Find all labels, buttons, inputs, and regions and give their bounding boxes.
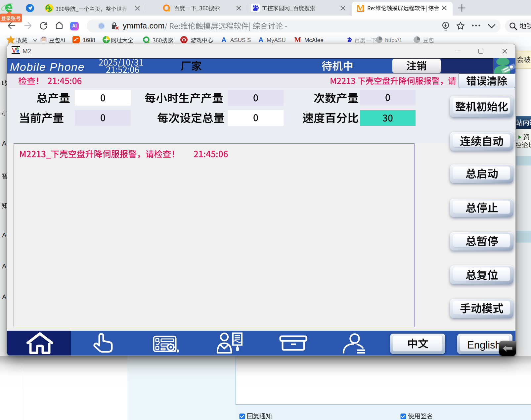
svg-text:V: V <box>12 47 17 54</box>
